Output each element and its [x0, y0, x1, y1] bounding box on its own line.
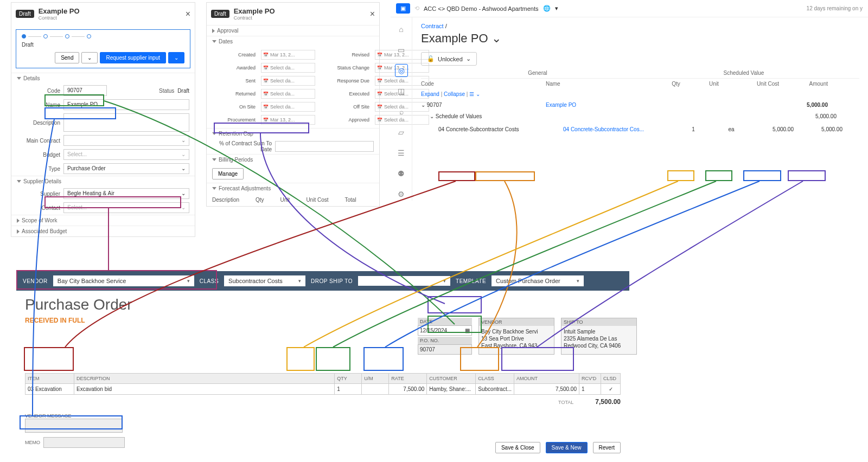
budget-select[interactable]: Select...⌄	[63, 149, 189, 160]
code-input[interactable]: 90707	[63, 85, 107, 96]
scope-section[interactable]: Scope of Work	[11, 215, 195, 226]
lock-button[interactable]: 🔓Unlocked⌄	[421, 52, 477, 66]
td-qty[interactable]: 1	[335, 384, 362, 395]
close-icon-2[interactable]: ×	[370, 9, 375, 19]
settings-icon[interactable]: ⚙	[395, 188, 408, 201]
sov-amount: 5,000.00	[793, 113, 837, 119]
fc-qty: Qty	[256, 197, 264, 203]
td-desc[interactable]: Excavation bid	[74, 384, 335, 395]
awarded-input[interactable]: Select da...	[261, 63, 315, 73]
send-dropdown[interactable]: ⌄	[81, 52, 98, 63]
send-button[interactable]: Send	[55, 52, 79, 63]
row-code[interactable]: ⌄ 90707	[421, 102, 540, 108]
project-name[interactable]: ACC <> QBD Demo - Ashwood Apartments	[424, 5, 539, 12]
created-input[interactable]: Mar 13, 2...	[261, 50, 315, 60]
date-pono-box: DATE 12/15/2024▦ P.O. NO. 90707	[418, 318, 472, 355]
file-icon[interactable]: ▱	[395, 126, 408, 139]
manage-button[interactable]: Manage	[212, 168, 244, 179]
breadcrumb-contract[interactable]: Contract	[421, 23, 444, 29]
approval-section[interactable]: Approval	[207, 25, 379, 36]
dropdown-icon[interactable]: ▾	[555, 5, 558, 12]
table-row-po: ⌄ 90707 Example PO 5,000.00	[421, 99, 859, 111]
type-label: Type	[17, 166, 60, 172]
td-um[interactable]	[362, 384, 389, 395]
calendar-icon	[263, 91, 269, 97]
item-name[interactable]: 04 Concrete-Subcontractor Cos...	[563, 126, 672, 132]
close-icon[interactable]: ×	[186, 9, 190, 19]
save-new-button[interactable]: Save & New	[546, 442, 588, 453]
title-dropdown-icon[interactable]: ⌄	[492, 31, 501, 45]
vendor-card: VENDOR Bay City Backhoe Servi13 Sea Port…	[478, 318, 554, 355]
vendor-select[interactable]: Bay City Backhoe Service▾	[53, 275, 194, 286]
desc-input[interactable]	[63, 113, 189, 132]
lock-icon: 🔓	[427, 55, 435, 62]
contract-icon[interactable]: ◎	[395, 64, 408, 77]
td-amt[interactable]: 7,500.00	[514, 384, 579, 395]
qb-title: Purchase Order	[25, 296, 621, 313]
calendar-icon	[377, 104, 382, 110]
item-qty[interactable]: 1	[677, 125, 710, 134]
app-icon[interactable]: ▣	[396, 3, 410, 14]
back-icon[interactable]: ⟲	[414, 5, 419, 12]
td-item[interactable]: 03 Excavation	[25, 384, 74, 395]
expand-link[interactable]: Expand	[421, 91, 439, 97]
td-clsd[interactable]: ✓	[601, 384, 621, 395]
td-cust[interactable]: Hamby, Shane:...	[427, 384, 476, 395]
memo-input[interactable]	[43, 437, 125, 448]
assoc-budget-section[interactable]: Associated Budget	[11, 226, 195, 236]
request-dropdown[interactable]: ⌄	[168, 52, 184, 63]
billing-section[interactable]: Billing Periods	[207, 154, 379, 165]
chart-icon[interactable]: ◫	[395, 85, 408, 98]
home-icon[interactable]: ⌂	[395, 23, 408, 36]
save-close-button[interactable]: Save & Close	[495, 442, 540, 453]
request-supplier-button[interactable]: Request supplier input	[100, 52, 166, 63]
sov-label[interactable]: ⌄ Schedule of Values	[430, 113, 549, 119]
list-icon[interactable]: ☰	[395, 146, 408, 159]
qb-info-cards: DATE 12/15/2024▦ P.O. NO. 90707 VENDOR B…	[418, 318, 637, 355]
forecast-section[interactable]: Forecast Adjustments	[207, 183, 379, 194]
list-toggle-icon[interactable]: ☰ ⌄	[469, 91, 480, 97]
tmpl-select[interactable]: Custom Purchase Order▾	[492, 275, 584, 286]
class-select[interactable]: Subcontractor Costs▾	[224, 275, 305, 286]
proc-input[interactable]: Mar 13, 2...	[261, 115, 315, 125]
pct-input[interactable]	[275, 141, 374, 152]
calendar-icon	[377, 117, 382, 123]
step-dot-4	[87, 34, 91, 39]
table-row[interactable]: 03 Excavation Excavation bid 1 7,500.00 …	[25, 384, 621, 395]
users-icon[interactable]: ⚉	[395, 167, 408, 180]
revert-button[interactable]: Revert	[593, 442, 621, 453]
dates-section[interactable]: Dates	[207, 36, 379, 47]
wallet-icon[interactable]: ▭	[395, 43, 408, 56]
calendar-icon	[263, 65, 269, 70]
panel1-title: Example PO	[39, 7, 80, 15]
contact-select[interactable]: Select...⌄	[63, 202, 189, 213]
table-row-item: 04 Concrete-Subcontractor Costs 04 Concr…	[421, 122, 859, 137]
supplier-section[interactable]: Supplier Details	[11, 176, 195, 187]
panel2-title: Example PO	[234, 7, 275, 15]
vmsg-input[interactable]	[25, 419, 123, 433]
globe-icon[interactable]: 🌐	[543, 5, 551, 12]
onsite-input[interactable]: Select da...	[261, 102, 315, 112]
name-input[interactable]: Example PO	[63, 99, 189, 110]
supplier-select[interactable]: Begle Heating & Air⌄	[63, 188, 189, 199]
row-name[interactable]: Example PO	[546, 102, 654, 108]
uc-col: Unit Cost	[736, 81, 779, 87]
retention-section[interactable]: Retention Cap	[207, 128, 379, 139]
collapse-link[interactable]: Collapse	[444, 91, 465, 97]
item-unit[interactable]: ea	[715, 125, 748, 134]
main-contract-select[interactable]: ⌄	[63, 135, 189, 146]
chevron-down-icon: ⌄	[466, 55, 471, 62]
td-rate[interactable]: 7,500.00	[389, 384, 427, 395]
search-icon[interactable]: ⌕	[395, 105, 408, 118]
sent-input[interactable]: Select da...	[261, 76, 315, 86]
drop-select[interactable]: ▾	[358, 276, 450, 286]
item-uc[interactable]: 5,000.00	[753, 125, 796, 134]
table-header-row: ITEM DESCRIPTION QTY U/M RATE CUSTOMER C…	[25, 374, 621, 384]
date-input[interactable]: 12/15/2024▦	[418, 325, 472, 336]
td-class[interactable]: Subcontract...	[476, 384, 514, 395]
pono-value[interactable]: 90707	[418, 344, 472, 355]
type-select[interactable]: Purchase Order⌄	[63, 163, 189, 174]
vendor-label: VENDOR	[23, 278, 48, 284]
returned-input[interactable]: Select da...	[261, 89, 315, 99]
details-section[interactable]: Details	[11, 73, 195, 84]
